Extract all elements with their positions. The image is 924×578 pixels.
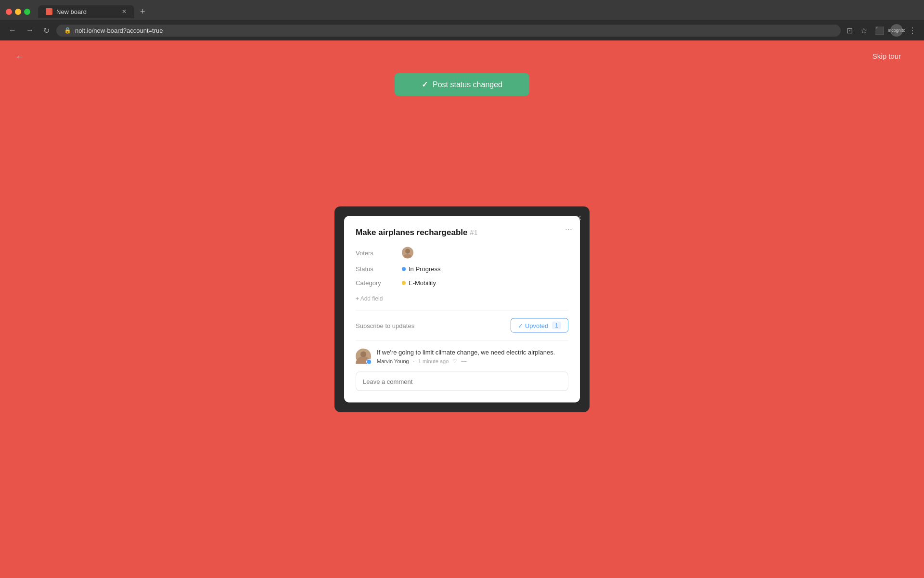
post-title: Make airplanes rechargeable #1 xyxy=(356,228,568,237)
svg-point-0 xyxy=(405,249,410,254)
nav-actions: ⊡ ☆ ⬛ Incognito ⋮ xyxy=(845,24,918,37)
new-tab-btn[interactable]: + xyxy=(136,5,149,19)
app-content: ← Skip tour ✓ Post status changed ✕ ··· … xyxy=(0,40,924,578)
comment-separator: · xyxy=(413,358,414,364)
status-value[interactable]: In Progress xyxy=(402,265,440,273)
category-label: Category xyxy=(356,279,394,287)
category-field: Category E-Mobility xyxy=(356,279,568,287)
status-label: Status xyxy=(356,265,394,273)
tab-bar: New board ✕ + xyxy=(0,0,924,20)
comment: If we're going to limit climate change, … xyxy=(356,349,568,364)
post-id: #1 xyxy=(470,228,478,236)
svg-point-3 xyxy=(360,352,366,357)
add-field-btn[interactable]: + Add field xyxy=(356,295,383,302)
status-text: In Progress xyxy=(409,265,440,273)
commenter-badge xyxy=(366,359,372,365)
url-text: nolt.io/new-board?account=true xyxy=(75,27,163,34)
profile-label: Incognito xyxy=(888,28,906,33)
comment-meta: Marvin Young · 1 minute ago ♡ ••• xyxy=(377,358,568,364)
subscribe-btn[interactable]: Subscribe to updates xyxy=(356,322,414,329)
post-title-text: Make airplanes rechargeable xyxy=(356,228,467,237)
modal-inner-card: ··· Make airplanes rechargeable #1 Voter… xyxy=(344,216,580,403)
status-dot xyxy=(402,267,406,271)
forward-nav-btn[interactable]: → xyxy=(23,24,37,37)
upvote-btn[interactable]: ✓ Upvoted 1 xyxy=(511,318,568,333)
browser-chrome: New board ✕ + ← → ↻ 🔒 nolt.io/new-board?… xyxy=(0,0,924,40)
tab-favicon xyxy=(46,8,52,15)
comment-body: If we're going to limit climate change, … xyxy=(377,349,568,364)
comment-input[interactable] xyxy=(363,378,561,385)
voters-value xyxy=(402,247,413,259)
address-bar[interactable]: 🔒 nolt.io/new-board?account=true xyxy=(56,25,841,37)
upvote-label: ✓ Upvoted xyxy=(518,322,548,329)
minimize-traffic-light[interactable] xyxy=(15,9,21,15)
comment-more-btn[interactable]: ••• xyxy=(461,358,467,364)
traffic-lights xyxy=(6,9,30,15)
comment-avatar xyxy=(356,349,371,364)
refresh-nav-btn[interactable]: ↻ xyxy=(40,24,52,37)
voter-avatar xyxy=(402,247,413,259)
lock-icon: 🔒 xyxy=(64,27,71,34)
profile-btn[interactable]: Incognito xyxy=(890,24,903,37)
comment-text: If we're going to limit climate change, … xyxy=(377,349,568,356)
close-traffic-light[interactable] xyxy=(6,9,12,15)
category-dot xyxy=(402,281,406,285)
comment-input-wrapper[interactable] xyxy=(356,372,568,391)
cast-icon[interactable]: ⊡ xyxy=(845,24,855,37)
active-tab[interactable]: New board ✕ xyxy=(38,5,134,18)
voters-label: Voters xyxy=(356,249,394,256)
category-text: E-Mobility xyxy=(409,279,436,287)
post-menu-btn[interactable]: ··· xyxy=(565,224,572,234)
status-field: Status In Progress xyxy=(356,265,568,273)
voters-field: Voters xyxy=(356,247,568,259)
comment-time: 1 minute ago xyxy=(418,358,449,364)
category-value[interactable]: E-Mobility xyxy=(402,279,436,287)
comment-author: Marvin Young xyxy=(377,358,409,364)
tab-title: New board xyxy=(56,8,87,15)
nav-bar: ← → ↻ 🔒 nolt.io/new-board?account=true ⊡… xyxy=(0,20,924,40)
tab-close-btn[interactable]: ✕ xyxy=(122,8,127,15)
upvote-count: 1 xyxy=(552,322,561,329)
extensions-icon[interactable]: ⬛ xyxy=(873,24,886,37)
divider-1 xyxy=(356,310,568,311)
back-nav-btn[interactable]: ← xyxy=(6,24,19,37)
modal-dark: ✕ ··· Make airplanes rechargeable #1 Vot… xyxy=(334,207,590,412)
action-bar: Subscribe to updates ✓ Upvoted 1 xyxy=(356,318,568,341)
maximize-traffic-light[interactable] xyxy=(24,9,30,15)
more-options-icon[interactable]: ⋮ xyxy=(907,24,918,37)
svg-point-1 xyxy=(404,254,411,259)
bookmark-icon[interactable]: ☆ xyxy=(859,24,869,37)
comment-like-btn[interactable]: ♡ xyxy=(452,358,457,364)
avatar-icon xyxy=(402,247,413,259)
modal-backdrop: ✕ ··· Make airplanes rechargeable #1 Vot… xyxy=(0,40,924,578)
more-icon: ··· xyxy=(565,224,572,234)
comment-divider xyxy=(356,341,568,341)
